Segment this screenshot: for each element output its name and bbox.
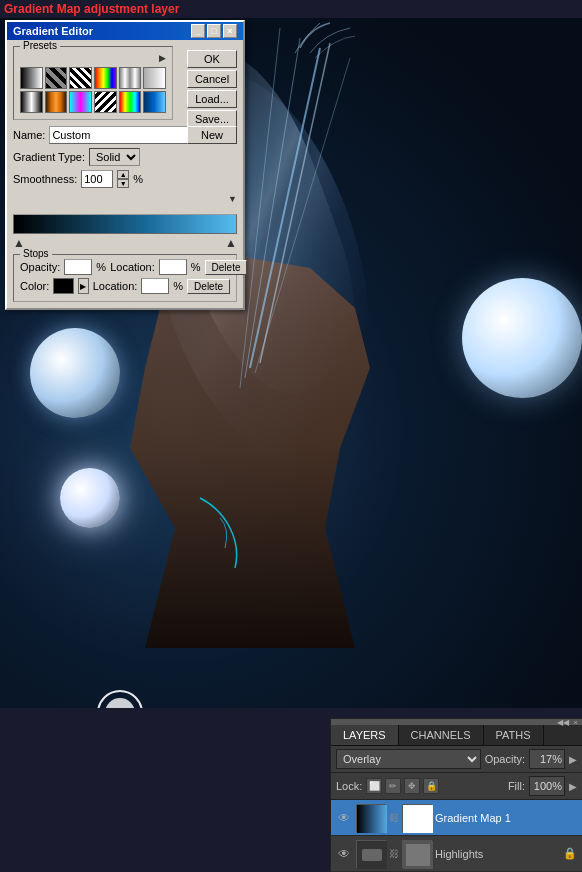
opacity-stop-unit: %: [96, 261, 106, 273]
preset-bw2[interactable]: [20, 91, 43, 113]
bar-top-arrow: ▼: [13, 194, 237, 204]
layer-thumb-highlights: [356, 840, 386, 868]
gradient-editor-dialog: Gradient Editor _ □ × OK Cancel Load... …: [5, 20, 245, 310]
layer-link-2: ⛓: [389, 848, 399, 859]
titlebar-controls: _ □ ×: [191, 24, 237, 38]
preset-bw[interactable]: [20, 67, 43, 89]
opacity-stop-label: Opacity:: [20, 261, 60, 273]
layer-visibility-highlights[interactable]: 👁: [335, 845, 353, 863]
stops-label: Stops: [20, 248, 52, 259]
dialog-title: Gradient Editor: [13, 25, 93, 37]
gradient-type-label: Gradient Type:: [13, 151, 85, 163]
panel-tabs: LAYERS CHANNELS PATHS: [331, 725, 582, 746]
lock-move-btn[interactable]: ✥: [404, 778, 420, 794]
layer-row-highlights[interactable]: 👁 ⛓ Highlights 🔒: [331, 836, 582, 872]
lock-label: Lock:: [336, 780, 362, 792]
stops-section: Stops Opacity: % Location: % Delete Colo…: [13, 254, 237, 302]
svg-rect-12: [406, 844, 430, 866]
fill-input[interactable]: [529, 776, 565, 796]
preset-stripe1[interactable]: [45, 67, 68, 89]
collapse-icon-1[interactable]: ◀◀: [557, 718, 569, 727]
cancel-button[interactable]: Cancel: [187, 70, 237, 88]
minimize-btn[interactable]: _: [191, 24, 205, 38]
color-stop-arrow[interactable]: ▶: [78, 278, 89, 294]
lock-all-btn[interactable]: 🔒: [423, 778, 439, 794]
delete-opacity-btn[interactable]: Delete: [205, 260, 248, 275]
name-label: Name:: [13, 129, 45, 141]
preset-spectral[interactable]: [119, 91, 142, 113]
preset-copper[interactable]: [45, 91, 68, 113]
stop-right-arrow[interactable]: ▲: [225, 236, 237, 250]
layer-visibility-gradient-map[interactable]: 👁: [335, 809, 353, 827]
preset-diagonal[interactable]: [94, 91, 117, 113]
layer-name-gradient-map: Gradient Map 1: [435, 812, 578, 824]
preset-transparent[interactable]: [143, 67, 166, 89]
preset-chrome[interactable]: [119, 67, 142, 89]
lock-transparent-btn[interactable]: ⬜: [366, 778, 382, 794]
tab-channels[interactable]: CHANNELS: [399, 725, 484, 745]
gradient-bar-display[interactable]: [13, 214, 237, 234]
blend-mode-select[interactable]: Overlay: [336, 749, 481, 769]
smoothness-row: Smoothness: ▲ ▼ %: [13, 170, 237, 188]
smoothness-label: Smoothness:: [13, 173, 77, 185]
new-button[interactable]: New: [187, 126, 237, 144]
layer-link-1: ⛓: [389, 812, 399, 823]
spinner-up[interactable]: ▲: [117, 170, 129, 179]
orb-right: [462, 278, 582, 398]
load-button[interactable]: Load...: [187, 90, 237, 108]
dialog-titlebar: Gradient Editor _ □ ×: [7, 22, 243, 40]
opacity-location-input[interactable]: [159, 259, 187, 275]
presets-label: Presets: [20, 40, 60, 51]
collapse-icon-2[interactable]: ×: [573, 718, 578, 727]
gradient-type-select[interactable]: Solid: [89, 148, 140, 166]
layer-thumb-gradient-map: [356, 804, 386, 832]
layer-lock-icon: 🔒: [562, 846, 578, 862]
maximize-btn[interactable]: □: [207, 24, 221, 38]
page-title: Gradient Map adjustment layer: [0, 0, 582, 18]
layer-row-gradient-map[interactable]: 👁 ⛓ Gradient Map 1: [331, 800, 582, 836]
preset-stripe2[interactable]: [69, 67, 92, 89]
orb-bottom-left: [60, 468, 120, 528]
delete-color-btn[interactable]: Delete: [187, 279, 230, 294]
opacity-input[interactable]: [529, 749, 565, 769]
layers-panel: ◀◀ × LAYERS CHANNELS PATHS Overlay Opaci…: [330, 718, 582, 872]
smoothness-input[interactable]: [81, 170, 113, 188]
opacity-label: Opacity:: [485, 753, 525, 765]
color-location-input[interactable]: [141, 278, 169, 294]
color-stop-swatch[interactable]: [53, 278, 73, 294]
panel-toolbar-lock: Lock: ⬜ ✏ ✥ 🔒 Fill: ▶: [331, 773, 582, 800]
orb-left: [30, 328, 120, 418]
lock-icons-group: ⬜ ✏ ✥ 🔒: [366, 778, 504, 794]
tab-paths[interactable]: PATHS: [484, 725, 544, 745]
name-input[interactable]: [49, 126, 193, 144]
close-btn[interactable]: ×: [223, 24, 237, 38]
color-stop-label: Color:: [20, 280, 49, 292]
opacity-location-label: Location:: [110, 261, 155, 273]
presets-scroll-arrow[interactable]: ▶: [20, 53, 166, 63]
name-row: Name: New: [13, 126, 237, 144]
preset-rainbow[interactable]: [94, 67, 117, 89]
highlights-thumb-svg: [357, 841, 387, 869]
mask-thumb-svg: [403, 805, 433, 833]
ok-button[interactable]: OK: [187, 50, 237, 68]
dialog-body: OK Cancel Load... Save... Presets ▶: [7, 40, 243, 308]
layer-name-highlights: Highlights: [435, 848, 559, 860]
opacity-stop-row: Opacity: % Location: % Delete: [20, 259, 230, 275]
presets-section: Presets ▶: [13, 46, 173, 120]
preset-color1[interactable]: [143, 91, 166, 113]
presets-grid: [20, 67, 166, 113]
fill-arrow[interactable]: ▶: [569, 781, 577, 792]
opacity-arrow[interactable]: ▶: [569, 754, 577, 765]
tab-layers[interactable]: LAYERS: [331, 725, 399, 745]
lock-pixel-btn[interactable]: ✏: [385, 778, 401, 794]
svg-rect-7: [357, 805, 387, 833]
opacity-stop-input[interactable]: [64, 259, 92, 275]
color-location-label: Location:: [93, 280, 138, 292]
gradient-type-row: Gradient Type: Solid: [13, 148, 237, 166]
preset-neon[interactable]: [69, 91, 92, 113]
smoothness-spinner: ▲ ▼: [117, 170, 129, 188]
smoothness-unit: %: [133, 173, 143, 185]
spinner-down[interactable]: ▼: [117, 179, 129, 188]
panel-toolbar-blend: Overlay Opacity: ▶: [331, 746, 582, 773]
layer-mask-gradient-map: [402, 804, 432, 832]
